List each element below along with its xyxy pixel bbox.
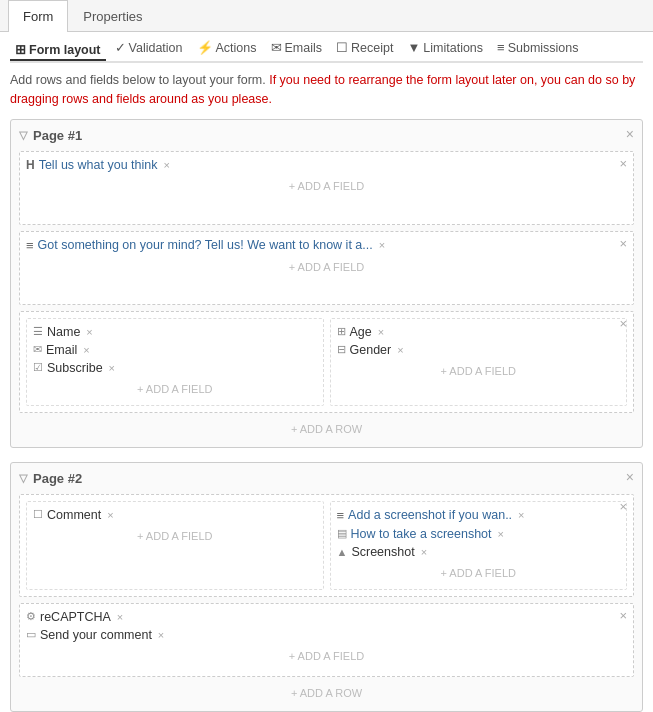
field-age-label: Age <box>350 325 372 339</box>
page-1-header: ▽ Page #1 <box>19 128 634 143</box>
field-email: ✉ Email × <box>33 343 317 357</box>
row-5-col: ⚙ reCAPTCHA × ▭ Send your comment × + AD… <box>26 610 627 670</box>
row-2-col: Got something on your mind? Tell us! We … <box>26 238 627 298</box>
field-screenshot: ▲ Screenshot × <box>337 545 621 559</box>
field-paragraph-close[interactable]: × <box>379 239 385 251</box>
nav-validation[interactable]: ✓ Validation <box>110 38 188 57</box>
field-heading: Tell us what you think × <box>26 158 627 172</box>
field-comment-close[interactable]: × <box>107 509 113 521</box>
nav-receipt[interactable]: ☐ Receipt <box>331 38 398 57</box>
receipt-icon: ☐ <box>336 40 348 55</box>
field-heading-link[interactable]: Tell us what you think <box>39 158 158 172</box>
field-recaptcha-label: reCAPTCHA <box>40 610 111 624</box>
page-2-add-row[interactable]: + ADD A ROW <box>19 683 634 703</box>
field-name: ☰ Name × <box>33 325 317 339</box>
field-name-close[interactable]: × <box>86 326 92 338</box>
comment-field-icon: ☐ <box>33 508 43 521</box>
nav-submissions[interactable]: ≡ Submissions <box>492 38 583 57</box>
emails-icon: ✉ <box>271 40 282 55</box>
page-2-close[interactable]: × <box>626 469 634 485</box>
field-heading-close[interactable]: × <box>163 159 169 171</box>
field-screenshot-label: Screenshot <box>351 545 414 559</box>
submissions-icon: ≡ <box>497 40 505 55</box>
field-howto-link[interactable]: How to take a screenshot <box>351 527 492 541</box>
row-1-add-field[interactable]: + ADD A FIELD <box>26 176 627 196</box>
drag-icon-2: ▽ <box>19 472 27 485</box>
row-4-col1: ☐ Comment × + ADD A FIELD <box>26 501 324 590</box>
row-2-add-field[interactable]: + ADD A FIELD <box>26 257 627 277</box>
page-1-close[interactable]: × <box>626 126 634 142</box>
row-1-col: Tell us what you think × + ADD A FIELD <box>26 158 627 218</box>
description: Add rows and fields below to layout your… <box>10 63 643 119</box>
row-3-col2-add-field[interactable]: + ADD A FIELD <box>337 361 621 381</box>
gender-field-icon: ⊟ <box>337 343 346 356</box>
field-submit: ▭ Send your comment × <box>26 628 627 642</box>
field-name-label: Name <box>47 325 80 339</box>
row-2: × Got something on your mind? Tell us! W… <box>19 231 634 305</box>
field-email-label: Email <box>46 343 77 357</box>
field-paragraph: Got something on your mind? Tell us! We … <box>26 238 627 253</box>
recaptcha-field-icon: ⚙ <box>26 610 36 623</box>
page-2-label: Page #2 <box>33 471 82 486</box>
field-gender-close[interactable]: × <box>397 344 403 356</box>
field-add-screenshot-close[interactable]: × <box>518 509 524 521</box>
howto-field-icon: ▤ <box>337 527 347 540</box>
top-tabs: Form Properties <box>0 0 653 32</box>
row-4-col1-add-field[interactable]: + ADD A FIELD <box>33 526 317 546</box>
field-subscribe-close[interactable]: × <box>109 362 115 374</box>
screenshot-field-icon: ▲ <box>337 546 348 558</box>
page-2-block: ▽ Page #2 × × ☐ Comment × + ADD A FIELD … <box>10 462 643 712</box>
age-field-icon: ⊞ <box>337 325 346 338</box>
row-4-col2-add-field[interactable]: + ADD A FIELD <box>337 563 621 583</box>
drag-icon: ▽ <box>19 129 27 142</box>
tab-properties[interactable]: Properties <box>68 0 157 32</box>
page-1-label: Page #1 <box>33 128 82 143</box>
field-recaptcha-close[interactable]: × <box>117 611 123 623</box>
tab-form[interactable]: Form <box>8 0 68 32</box>
limitations-icon: ▼ <box>407 40 420 55</box>
field-gender-label: Gender <box>350 343 392 357</box>
field-submit-close[interactable]: × <box>158 629 164 641</box>
nav-form-layout[interactable]: ⊞ Form layout <box>10 40 106 61</box>
page-1-add-row[interactable]: + ADD A ROW <box>19 419 634 439</box>
field-submit-label: Send your comment <box>40 628 152 642</box>
row-3-col1-add-field[interactable]: + ADD A FIELD <box>33 379 317 399</box>
nav-actions[interactable]: ⚡ Actions <box>192 38 262 57</box>
subscribe-field-icon: ☑ <box>33 361 43 374</box>
field-paragraph-link[interactable]: Got something on your mind? Tell us! We … <box>38 238 373 252</box>
row-5-add-field[interactable]: + ADD A FIELD <box>26 646 627 666</box>
row-4-col2: ≡ Add a screenshot if you wan.. × ▤ How … <box>330 501 628 590</box>
check-icon: ✓ <box>115 40 126 55</box>
field-gender: ⊟ Gender × <box>337 343 621 357</box>
field-comment-label: Comment <box>47 508 101 522</box>
addscreenshot-field-icon: ≡ <box>337 508 345 523</box>
field-subscribe-label: Subscribe <box>47 361 103 375</box>
nav-emails[interactable]: ✉ Emails <box>266 38 328 57</box>
field-age-close[interactable]: × <box>378 326 384 338</box>
row-3-col1: ☰ Name × ✉ Email × ☑ Subscribe × + ADD A… <box>26 318 324 406</box>
nav-limitations[interactable]: ▼ Limitations <box>402 38 488 57</box>
row-4: × ☐ Comment × + ADD A FIELD ≡ Add a scre… <box>19 494 634 597</box>
main-content: ⊞ Form layout ✓ Validation ⚡ Actions ✉ E… <box>0 32 653 712</box>
email-field-icon: ✉ <box>33 343 42 356</box>
submit-field-icon: ▭ <box>26 628 36 641</box>
row-3-col2: ⊞ Age × ⊟ Gender × + ADD A FIELD <box>330 318 628 406</box>
field-email-close[interactable]: × <box>83 344 89 356</box>
grid-icon: ⊞ <box>15 42 26 57</box>
page-2-header: ▽ Page #2 <box>19 471 634 486</box>
field-add-screenshot-link[interactable]: Add a screenshot if you wan.. <box>348 508 512 522</box>
para-icon <box>26 238 34 253</box>
field-subscribe: ☑ Subscribe × <box>33 361 317 375</box>
field-screenshot-close[interactable]: × <box>421 546 427 558</box>
row-5: × ⚙ reCAPTCHA × ▭ Send your comment × + … <box>19 603 634 677</box>
page-1-block: ▽ Page #1 × × Tell us what you think × +… <box>10 119 643 448</box>
field-comment: ☐ Comment × <box>33 508 317 522</box>
field-recaptcha: ⚙ reCAPTCHA × <box>26 610 627 624</box>
field-howto-close[interactable]: × <box>498 528 504 540</box>
nav-bar: ⊞ Form layout ✓ Validation ⚡ Actions ✉ E… <box>10 32 643 63</box>
field-age: ⊞ Age × <box>337 325 621 339</box>
actions-icon: ⚡ <box>197 40 213 55</box>
name-field-icon: ☰ <box>33 325 43 338</box>
row-1: × Tell us what you think × + ADD A FIELD <box>19 151 634 225</box>
field-add-screenshot: ≡ Add a screenshot if you wan.. × <box>337 508 621 523</box>
